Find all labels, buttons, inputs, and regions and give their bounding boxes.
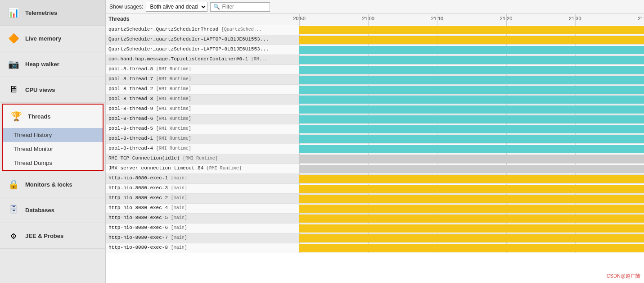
thread-timeline-cell (299, 154, 644, 164)
sidebar-item-thread-dumps[interactable]: Thread Dumps (3, 156, 103, 170)
thread-bar (299, 36, 644, 44)
thread-name-cell: http-nio-8080-exec-6 [main] (106, 224, 299, 233)
sidebar-item-cpu-views[interactable]: 🖥 CPU views (0, 77, 105, 103)
thread-timeline-cell (299, 25, 644, 35)
thread-bar (299, 234, 644, 242)
thread-timeline-cell (299, 194, 644, 203)
thread-name-cell: http-nio-8080-exec-4 [main] (106, 204, 299, 213)
thread-name-cell: pool-8-thread-1 [RMI Runtime] (106, 134, 299, 144)
monitors-locks-icon: 🔒 (6, 177, 21, 192)
sidebar-item-threads[interactable]: 🏆 Threads (3, 105, 103, 128)
table-row[interactable]: pool-8-thread-8 [RMI Runtime] (106, 65, 644, 75)
jee-probes-icon: ⚙ (6, 228, 21, 243)
sidebar-label-databases: Databases (25, 207, 54, 214)
table-row[interactable]: quartzScheduler_QuartzSchedulerThread [Q… (106, 25, 644, 35)
sidebar-item-thread-monitor[interactable]: Thread Monitor (3, 142, 103, 156)
table-row[interactable]: http-nio-8080-exec-7 [main] (106, 233, 644, 243)
show-usages-dropdown[interactable]: Both alive and dead Only alive Only dead (146, 2, 207, 12)
thread-timeline-cell (299, 75, 644, 84)
thread-timeline-cell (299, 124, 644, 134)
table-row[interactable]: pool-8-thread-9 [RMI Runtime] (106, 105, 644, 114)
thread-bar (299, 96, 644, 104)
thread-bar (299, 165, 644, 173)
thread-bar (299, 105, 644, 114)
thread-name-cell: http-nio-8080-exec-7 [main] (106, 233, 299, 243)
live-memory-icon: 🔶 (6, 31, 21, 46)
sidebar-item-databases[interactable]: 🗄 Databases (0, 197, 105, 223)
sidebar-item-live-memory[interactable]: 🔶 Live memory (0, 26, 105, 51)
thread-timeline-cell (299, 35, 644, 45)
thread-bar (299, 205, 644, 213)
table-row[interactable]: http-nio-8080-exec-3 [main] (106, 184, 644, 194)
time-tick-21:20: 21:20 (500, 16, 513, 21)
thread-bar (299, 145, 644, 153)
sidebar-item-monitors-locks[interactable]: 🔒 Monitors & locks (0, 172, 105, 197)
table-row[interactable]: pool-8-thread-3 [RMI Runtime] (106, 95, 644, 105)
rows-container: quartzScheduler_QuartzSchedulerThread [Q… (106, 25, 644, 253)
time-header: Threads 20:5021:0021:1021:2021:3021:40 (106, 14, 644, 25)
sidebar-item-thread-history[interactable]: Thread History (3, 128, 103, 142)
thread-timeline-cell (299, 214, 644, 223)
thread-timeline-cell (299, 204, 644, 213)
thread-bar (299, 224, 644, 233)
table-row[interactable]: pool-8-thread-2 [RMI Runtime] (106, 85, 644, 95)
table-row[interactable]: http-nio-8080-exec-2 [main] (106, 194, 644, 204)
threads-icon: 🏆 (9, 109, 23, 123)
thread-timeline-cell (299, 95, 644, 104)
sidebar-label-heap-walker: Heap walker (25, 61, 59, 68)
thread-timeline-cell (299, 174, 644, 183)
table-row[interactable]: RMI TCP Connection(idle) [RMI Runtime] (106, 154, 644, 164)
thread-bar (299, 175, 644, 183)
threads-section: 🏆 Threads Thread History Thread Monitor … (2, 104, 104, 171)
thread-name-cell: QuartzScheduler_quartzScheduler-LAPTOP-8… (106, 45, 299, 55)
sidebar-label-cpu-views: CPU views (25, 87, 55, 93)
thread-name-cell: pool-8-thread-2 [RMI Runtime] (106, 85, 299, 94)
thread-bar (299, 215, 644, 223)
sidebar-label-threads: Threads (28, 113, 51, 120)
filter-input[interactable] (222, 4, 267, 10)
show-usages-label: Show usages: (109, 4, 143, 10)
time-tick-21:30: 21:30 (569, 16, 581, 21)
table-row[interactable]: QuartzScheduler_quartzScheduler-LAPTOP-8… (106, 45, 644, 55)
table-row[interactable]: pool-8-thread-7 [RMI Runtime] (106, 75, 644, 85)
sidebar-item-heap-walker[interactable]: 📷 Heap walker (0, 51, 105, 77)
table-row[interactable]: pool-8-thread-6 [RMI Runtime] (106, 114, 644, 124)
thread-name-cell: pool-8-thread-7 [RMI Runtime] (106, 75, 299, 84)
table-row[interactable]: http-nio-8080-exec-4 [main] (106, 204, 644, 214)
sidebar-item-telemetries[interactable]: 📊 Telemetries (0, 0, 105, 26)
thread-name-cell: quartzScheduler_QuartzSchedulerThread [Q… (106, 25, 299, 35)
table-row[interactable]: pool-8-thread-5 [RMI Runtime] (106, 124, 644, 134)
thread-timeline-cell (299, 65, 644, 74)
thread-bar (299, 244, 644, 252)
table-row[interactable]: pool-8-thread-4 [RMI Runtime] (106, 144, 644, 154)
table-row[interactable]: http-nio-8080-exec-6 [main] (106, 224, 644, 233)
sidebar-item-jee-probes[interactable]: ⚙ JEE & Probes (0, 223, 105, 249)
table-row[interactable]: QuartzScheduler_quartzScheduler-LAPTOP-8… (106, 35, 644, 45)
filter-box: 🔍 (210, 2, 270, 12)
table-row[interactable]: pool-8-thread-1 [RMI Runtime] (106, 134, 644, 144)
thread-name-cell: pool-8-thread-4 [RMI Runtime] (106, 144, 299, 154)
thread-bar (299, 195, 644, 203)
thread-bar (299, 135, 644, 143)
toolbar: Show usages: Both alive and dead Only al… (106, 0, 644, 14)
telemetries-icon: 📊 (6, 5, 21, 20)
thread-name-cell: pool-8-thread-9 [RMI Runtime] (106, 105, 299, 114)
table-row[interactable]: com.hand.hap.message.TopicListenerContai… (106, 55, 644, 65)
table-row[interactable]: JMX server connection timeout 84 [RMI Ru… (106, 164, 644, 174)
filter-search-icon: 🔍 (213, 4, 220, 10)
table-row[interactable]: http-nio-8080-exec-8 [main] (106, 243, 644, 253)
table-row[interactable]: http-nio-8080-exec-5 [main] (106, 214, 644, 224)
thread-name-cell: pool-8-thread-3 [RMI Runtime] (106, 95, 299, 104)
time-tick-20:50: 20:50 (293, 16, 306, 21)
thread-name-cell: JMX server connection timeout 84 [RMI Ru… (106, 164, 299, 173)
main-content: Show usages: Both alive and dead Only al… (106, 0, 644, 283)
watermark: CSDN@赵广陆 (607, 273, 640, 279)
sidebar-label-monitors-locks: Monitors & locks (25, 181, 72, 188)
sidebar-label-jee-probes: JEE & Probes (25, 233, 63, 239)
thread-table[interactable]: Threads 20:5021:0021:1021:2021:3021:40 q… (106, 14, 644, 283)
time-tick-21:40: 21:40 (638, 16, 644, 21)
table-row[interactable]: http-nio-8080-exec-1 [main] (106, 174, 644, 184)
time-tick-21:10: 21:10 (431, 16, 444, 21)
sidebar-label-live-memory: Live memory (25, 35, 61, 42)
thread-timeline-cell (299, 233, 644, 243)
